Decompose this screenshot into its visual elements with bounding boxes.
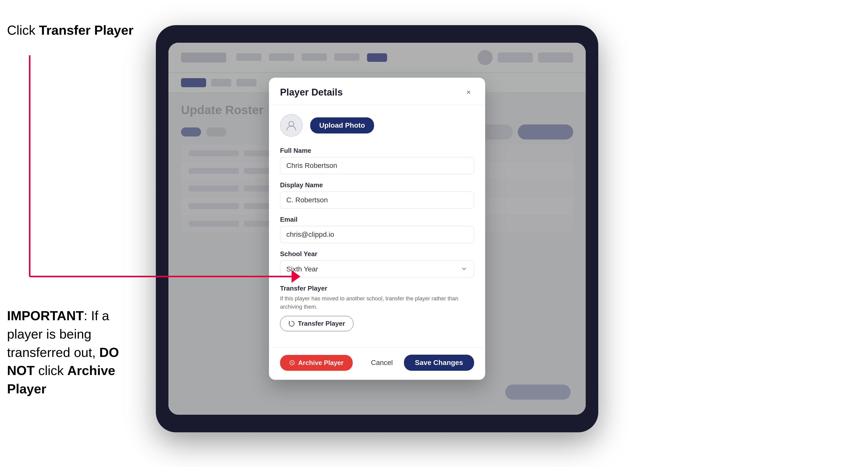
instruction-bottom-text2: click [35, 363, 67, 378]
school-year-label: School Year [280, 250, 474, 258]
full-name-group: Full Name [280, 147, 474, 174]
user-avatar-icon [286, 120, 297, 131]
tablet-screen: Update Roster [168, 43, 586, 415]
transfer-player-section: Transfer Player If this player has moved… [280, 284, 474, 331]
modal-body: Upload Photo Full Name Display Name [269, 105, 485, 347]
avatar-section: Upload Photo [280, 114, 474, 137]
instruction-bold: Transfer Player [39, 23, 133, 37]
cancel-button[interactable]: Cancel [365, 355, 399, 371]
display-name-input[interactable] [280, 191, 474, 209]
transfer-icon [288, 320, 295, 327]
archive-icon [289, 360, 295, 366]
modal-overlay: Player Details × [168, 43, 586, 415]
display-name-group: Display Name [280, 181, 474, 209]
transfer-player-button[interactable]: Transfer Player [280, 316, 353, 331]
modal-close-button[interactable]: × [463, 87, 474, 98]
email-input[interactable] [280, 226, 474, 243]
transfer-player-description: If this player has moved to another scho… [280, 294, 474, 311]
school-year-group: School Year Sixth Year First Year Second… [280, 250, 474, 278]
tablet-device: Update Roster [156, 25, 598, 432]
display-name-label: Display Name [280, 181, 474, 189]
close-icon: × [466, 88, 471, 96]
email-group: Email [280, 216, 474, 243]
player-details-modal: Player Details × [269, 78, 485, 380]
instruction-top: Click Transfer Player [7, 23, 133, 38]
email-label: Email [280, 216, 474, 223]
instruction-prefix: Click [7, 23, 39, 37]
upload-photo-button[interactable]: Upload Photo [310, 117, 374, 133]
save-changes-button[interactable]: Save Changes [404, 355, 474, 371]
full-name-label: Full Name [280, 147, 474, 155]
archive-button-label: Archive Player [298, 359, 344, 367]
modal-footer: Archive Player Cancel Save Changes [269, 347, 485, 380]
svg-line-5 [291, 362, 293, 364]
archive-player-button[interactable]: Archive Player [280, 355, 353, 371]
important-label: IMPORTANT [7, 308, 84, 323]
avatar-placeholder [280, 114, 303, 137]
transfer-player-label: Transfer Player [280, 284, 474, 292]
school-year-select[interactable]: Sixth Year First Year Second Year Third … [280, 260, 474, 278]
transfer-player-button-label: Transfer Player [298, 320, 345, 328]
instruction-bottom: IMPORTANT: If a player is being transfer… [7, 307, 148, 398]
modal-title: Player Details [280, 87, 343, 98]
modal-header: Player Details × [269, 78, 485, 105]
full-name-input[interactable] [280, 157, 474, 174]
